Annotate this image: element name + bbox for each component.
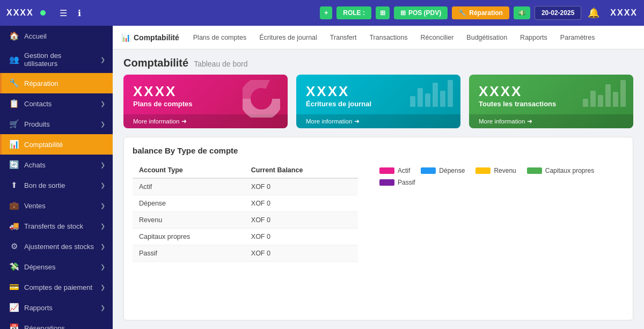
balance-cell: XOF 0 [245,195,358,212]
chevron-right-icon: ❯ [100,56,105,63]
sidebar-item-label: Produits [24,120,95,128]
page-subtitle: Tableau de bord [194,60,247,68]
content-area: 📊 Comptabilité Plans de comptes Écriture… [113,26,644,329]
adjustment-icon: ⚙ [9,242,19,251]
sidebar-item-contacts[interactable]: 📋 Contacts ❯ [0,93,113,114]
chevron-right-icon: ❯ [100,264,105,270]
sidebar-item-produits[interactable]: 🛒 Produits ❯ [0,114,113,134]
sidebar-item-label: Réparation [24,79,105,87]
chevron-right-icon: ❯ [100,202,105,209]
legend-label: Capitaux propres [545,167,594,174]
table-row: RevenuXOF 0 [133,212,358,229]
sidebar-item-reparation[interactable]: 🔧 Réparation [0,73,113,93]
card-ecritures-journal: XXXX Écritures de journal More informati… [296,75,460,128]
sidebar-item-label: Comptabilité [24,141,105,149]
account-type-cell: Passif [133,245,245,262]
grid-button[interactable]: ⊞ [376,6,390,19]
sub-nav-plans-comptes[interactable]: Plans de comptes [188,31,252,45]
chevron-right-icon: ❯ [100,243,105,250]
chevron-right-icon: ❯ [100,121,105,128]
balance-cell: XOF 0 [245,212,358,229]
account-type-cell: Revenu [133,212,245,229]
sidebar-item-label: Accueil [24,32,105,40]
actif-color [379,167,394,174]
legend-actif: Actif [379,167,410,174]
account-type-cell: Actif [133,178,245,195]
sidebar-item-depenses[interactable]: 💸 Dépenses ❯ [0,257,113,277]
legend-revenu: Revenu [475,167,516,174]
card-more-info[interactable]: More information ➜ [469,114,633,128]
legend-passif: Passif [379,179,415,186]
revenu-color [475,167,491,174]
sidebar-item-comptabilite[interactable]: 📊 Comptabilité [0,134,113,155]
sidebar-item-label: Contacts [24,100,95,108]
top-navbar: XXXX ☰ ℹ + ROLE : ⊞ ⊞ POS (PDV) 🔧 Répara… [0,0,644,26]
balance-title: balance By Type de compte [133,146,624,155]
reparation-button[interactable]: 🔧 Réparation [452,6,509,19]
legend-label: Dépense [439,167,465,174]
col-current-balance: Current Balance [245,163,358,178]
sidebar-item-reservations[interactable]: 📅 Réservations [0,318,113,329]
sidebar-item-ventes[interactable]: 💼 Ventes ❯ [0,195,113,216]
role-button[interactable]: ROLE : [336,6,371,19]
plus-button[interactable]: + [320,6,332,19]
chevron-right-icon: ❯ [100,182,105,189]
menu-button[interactable]: ☰ [56,6,70,20]
sidebar-item-bon-sortie[interactable]: ⬆ Bon de sortie ❯ [0,175,113,195]
sub-nav-rapports[interactable]: Rapports [515,31,553,45]
table-row: ActifXOF 0 [133,178,358,195]
chevron-right-icon: ❯ [100,284,105,291]
account-type-cell: Dépense [133,195,245,212]
sub-nav-ecritures-journal[interactable]: Écritures de journal [254,31,323,45]
chevron-right-icon: ❯ [100,304,105,311]
sidebar-item-ajustement-stocks[interactable]: ⚙ Ajustement des stocks ❯ [0,236,113,257]
sidebar-item-rapports[interactable]: 📈 Rapports ❯ [0,297,113,318]
cash-button[interactable]: 💵 [514,6,530,19]
legend-capitaux-propres: Capitaux propres [527,167,594,174]
legend-label: Actif [398,167,410,174]
table-row: Capitaux propresXOF 0 [133,229,358,245]
contacts-icon: 📋 [9,99,19,108]
pos-button[interactable]: ⊞ POS (PDV) [394,6,448,19]
sidebar-item-label: Comptes de paiement [24,283,95,291]
sub-nav-reconcilier[interactable]: Réconcilier [415,31,459,45]
main-layout: 🏠 Accueil 👥 Gestion des utilisateurs ❯ 🔧… [0,26,644,329]
brand-right: XXXX [610,8,638,18]
sidebar-item-label: Rapports [24,304,95,312]
reports-icon: 📈 [9,303,19,312]
balance-cell: XOF 0 [245,229,358,245]
info-button[interactable]: ℹ [75,6,84,20]
sidebar-item-gestion-utilisateurs[interactable]: 👥 Gestion des utilisateurs ❯ [0,46,113,73]
calendar-icon: 📅 [9,323,19,329]
brand-left: XXXX [6,8,34,18]
sub-nav-title: 📊 Comptabilité [121,33,179,42]
arrow-right-icon: ➜ [181,118,187,125]
sub-nav-parametres[interactable]: Paramètres [555,31,601,45]
bar-chart-icon [583,80,626,107]
page-header: Comptabilité Tableau de bord [113,49,644,75]
balance-content: Account Type Current Balance ActifXOF 0D… [133,163,624,262]
rep-label: Réparation [469,9,503,17]
sidebar-item-label: Transferts de stock [24,222,95,230]
sidebar-item-accueil[interactable]: 🏠 Accueil [0,26,113,46]
sidebar-item-achats[interactable]: 🔄 Achats ❯ [0,155,113,175]
col-account-type: Account Type [133,163,245,178]
pos-label: POS (PDV) [408,9,441,17]
plus-icon: + [324,9,328,17]
legend-label: Passif [398,179,415,186]
grid-icon: ⊞ [380,9,385,17]
card-more-info[interactable]: More information ➜ [296,114,460,128]
card-plans-comptes: XXXX Plans de comptes More information ➜ [123,75,288,128]
bell-icon[interactable]: 🔔 [586,5,602,21]
sidebar-item-label: Ajustement des stocks [24,243,95,251]
sidebar-item-label: Dépenses [24,263,95,271]
pos-icon: ⊞ [400,9,406,17]
sub-nav-transfert[interactable]: Transfert [325,31,362,45]
sub-nav-budgetisation[interactable]: Budgétisation [461,31,513,45]
legend-depense: Dépense [421,167,465,174]
sidebar-item-transferts-stock[interactable]: 🚚 Transferts de stock ❯ [0,216,113,236]
sub-nav-transactions[interactable]: Transactions [364,31,413,45]
sidebar-item-comptes-paiement[interactable]: 💳 Comptes de paiement ❯ [0,277,113,297]
home-icon: 🏠 [9,31,19,41]
truck-icon: 🚚 [9,221,19,231]
